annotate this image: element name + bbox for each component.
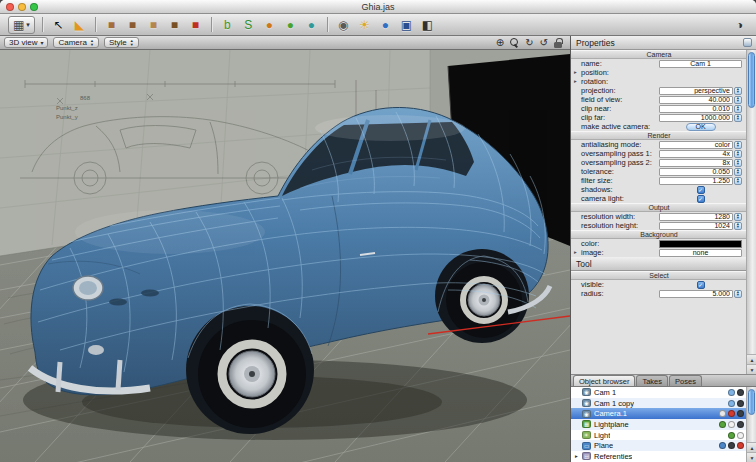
- front-wheel[interactable]: [198, 320, 306, 428]
- tab-object-browser[interactable]: Object browser: [573, 375, 635, 386]
- oversampling-pass-2-field[interactable]: 8x: [659, 159, 733, 167]
- light-tool[interactable]: ☀: [356, 16, 373, 34]
- filter-size-field[interactable]: 1.250: [659, 177, 733, 185]
- badge-icon[interactable]: [737, 389, 744, 396]
- shadows-checkbox[interactable]: ✓: [697, 186, 705, 194]
- stepper-icon[interactable]: ▲▼: [734, 290, 742, 298]
- sphere-tool[interactable]: ●: [282, 16, 299, 34]
- step-down-icon[interactable]: ▼: [735, 91, 741, 94]
- scrollbar-thumb[interactable]: [748, 389, 755, 415]
- field-of-view-field[interactable]: 40.000: [659, 96, 733, 104]
- render-tool[interactable]: ▣: [398, 16, 415, 34]
- stepper-icon[interactable]: ▲▼: [734, 105, 742, 113]
- step-down-icon[interactable]: ▼: [735, 294, 741, 297]
- camera-light-checkbox[interactable]: ✓: [697, 195, 705, 203]
- browser-scrollbar[interactable]: ▲ ▼: [746, 387, 756, 462]
- badge-icon[interactable]: [728, 400, 735, 407]
- stepper-icon[interactable]: ▲▼: [734, 114, 742, 122]
- step-down-icon[interactable]: ▼: [735, 172, 741, 175]
- step-down-icon[interactable]: ▼: [90, 43, 94, 47]
- step-down-icon[interactable]: ▼: [735, 118, 741, 121]
- object-row-cam-1[interactable]: ◉Cam 1: [571, 387, 747, 398]
- zoom-icon[interactable]: [510, 38, 519, 47]
- scroll-down-arrow[interactable]: ▼: [747, 364, 756, 374]
- radius-field[interactable]: 5.000: [659, 290, 733, 298]
- view-mode-dropdown[interactable]: 3D view ▾: [4, 37, 48, 48]
- step-down-icon[interactable]: ▼: [735, 109, 741, 112]
- step-down-icon[interactable]: ▼: [735, 181, 741, 184]
- poly-edit-tool-2[interactable]: ■: [124, 16, 141, 34]
- make-active-camera-button[interactable]: OK: [686, 123, 716, 131]
- properties-panel-icon[interactable]: [743, 38, 752, 47]
- scroll-up-arrow[interactable]: ▲: [747, 442, 756, 452]
- disclosure-triangle-icon[interactable]: ▸: [574, 453, 579, 459]
- pot-tool[interactable]: ●: [261, 16, 278, 34]
- lock-icon[interactable]: [554, 38, 562, 48]
- stepper-icon[interactable]: ▲▼: [734, 159, 742, 167]
- badge-icon[interactable]: [728, 432, 735, 439]
- image-field[interactable]: none: [659, 249, 742, 257]
- resolution-height-field[interactable]: 1024: [659, 222, 733, 230]
- badge-icon[interactable]: [719, 410, 726, 417]
- scroll-up-arrow[interactable]: ▲: [747, 354, 756, 364]
- stepper-icon[interactable]: ▲▼: [734, 150, 742, 158]
- badge-icon[interactable]: [728, 442, 735, 449]
- scroll-down-arrow[interactable]: ▼: [747, 452, 756, 462]
- name-field[interactable]: Cam 1: [659, 60, 742, 68]
- ruler-tool[interactable]: ◣: [71, 16, 88, 34]
- object-row-lightplane[interactable]: ▦Lightplane: [571, 419, 747, 430]
- figure-tool[interactable]: ●: [303, 16, 320, 34]
- tab-poses[interactable]: Poses: [669, 375, 702, 386]
- viewport-canvas[interactable]: 868 Punkt_z Punkt_y: [0, 50, 570, 462]
- step-down-icon[interactable]: ▼: [130, 43, 134, 47]
- step-down-icon[interactable]: ▼: [735, 217, 741, 220]
- tab-takes[interactable]: Takes: [636, 375, 668, 386]
- visible-checkbox[interactable]: ✓: [697, 281, 705, 289]
- badge-icon[interactable]: [728, 410, 735, 417]
- object-row-light[interactable]: ☀Light: [571, 430, 747, 441]
- badge-icon[interactable]: [737, 442, 744, 449]
- scene-info-tool[interactable]: ◑: [731, 16, 748, 34]
- object-row-plane[interactable]: ▭Plane: [571, 440, 747, 451]
- stepper-icon[interactable]: ▲▼: [734, 141, 742, 149]
- movie-render-tool[interactable]: ◧: [419, 16, 436, 34]
- badge-icon[interactable]: [728, 421, 735, 428]
- viewport[interactable]: 868 Punkt_z Punkt_y: [0, 50, 570, 462]
- color-swatch[interactable]: [659, 240, 742, 248]
- badge-icon[interactable]: [728, 389, 735, 396]
- poly-edit-tool-1[interactable]: ■: [103, 16, 120, 34]
- object-row-cam-1-copy[interactable]: ◉Cam 1 copy: [571, 398, 747, 409]
- step-down-icon[interactable]: ▼: [735, 163, 741, 166]
- cube-primitive-tool[interactable]: ■: [187, 16, 204, 34]
- spline-tool[interactable]: S: [240, 16, 257, 34]
- style-stepper[interactable]: ▲▼: [130, 39, 134, 46]
- stepper-icon[interactable]: ▲▼: [734, 177, 742, 185]
- material-ball-tool[interactable]: ●: [377, 16, 394, 34]
- camera-stepper[interactable]: ▲▼: [90, 39, 94, 46]
- camera-tool[interactable]: ◉: [335, 16, 352, 34]
- stepper-icon[interactable]: ▲▼: [734, 213, 742, 221]
- tolerance-field[interactable]: 0.050: [659, 168, 733, 176]
- select-tool[interactable]: ↖: [50, 16, 67, 34]
- step-down-icon[interactable]: ▼: [735, 145, 741, 148]
- titlebar[interactable]: Ghia.jas: [0, 0, 756, 14]
- stepper-icon[interactable]: ▲▼: [734, 96, 742, 104]
- poly-edit-tool-4[interactable]: ■: [166, 16, 183, 34]
- badge-icon[interactable]: [719, 442, 726, 449]
- projection-field[interactable]: perspective: [659, 87, 733, 95]
- antialiasing-mode-field[interactable]: color: [659, 141, 733, 149]
- disclosure-triangle-icon[interactable]: ▸: [574, 68, 577, 77]
- badge-icon[interactable]: [719, 421, 726, 428]
- step-down-icon[interactable]: ▼: [735, 154, 741, 157]
- organic-blob-tool[interactable]: b: [219, 16, 236, 34]
- properties-scrollbar[interactable]: ▲ ▼: [746, 50, 756, 374]
- oversampling-pass-1-field[interactable]: 4x: [659, 150, 733, 158]
- step-down-icon[interactable]: ▼: [735, 226, 741, 229]
- badge-icon[interactable]: [737, 410, 744, 417]
- clip-near-field[interactable]: 0.010: [659, 105, 733, 113]
- pan-icon[interactable]: ⊕: [496, 38, 504, 48]
- resolution-width-field[interactable]: 1280: [659, 213, 733, 221]
- step-down-icon[interactable]: ▼: [735, 100, 741, 103]
- disclosure-triangle-icon[interactable]: ▸: [574, 77, 577, 86]
- badge-icon[interactable]: [737, 432, 744, 439]
